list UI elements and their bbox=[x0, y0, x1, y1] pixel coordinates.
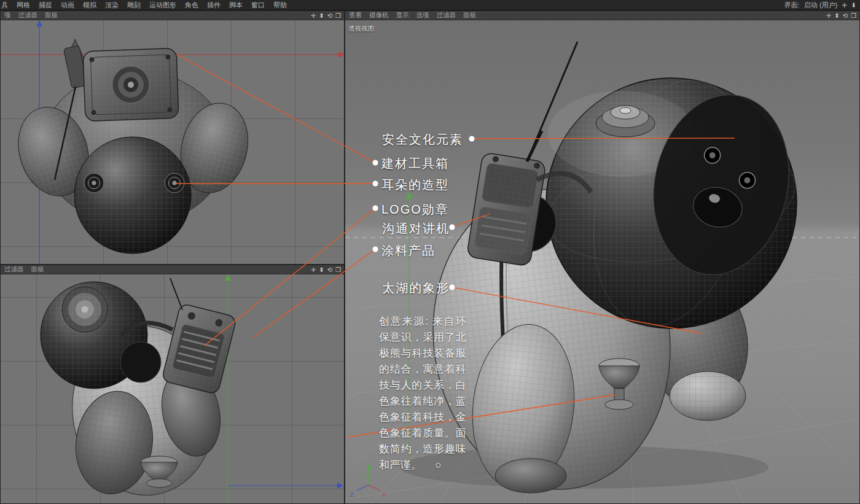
annotation-walkie-talkie: 沟通对讲机 bbox=[382, 220, 450, 237]
annotation-ear-shape: 耳朵的造型 bbox=[381, 177, 449, 193]
zoom-icon[interactable]: ⬍ bbox=[319, 12, 324, 19]
view-label: 透视视图 bbox=[348, 25, 374, 33]
pan-icon[interactable]: ✛ bbox=[842, 2, 846, 9]
annotation-toolbox: 建材工具箱 bbox=[381, 155, 449, 172]
description-text: 创意来源: 来自环保意识，采用了北极熊与科技装备服的结合，寓意着科技与人的关系，… bbox=[379, 316, 466, 471]
annotation-taihu-shape: 太湖的象形 bbox=[382, 280, 450, 297]
bear-model-top-view bbox=[7, 36, 257, 254]
gizmo-z-axis bbox=[357, 485, 369, 490]
pan-icon[interactable]: ✛ bbox=[311, 266, 316, 273]
menu-item-render[interactable]: 渲染 bbox=[101, 0, 123, 10]
ear-right bbox=[165, 173, 184, 193]
rotate-icon[interactable]: ⟲ bbox=[327, 12, 332, 19]
menu-item-plugins[interactable]: 插件 bbox=[203, 0, 225, 10]
vp-menu-view[interactable]: 查看 bbox=[345, 11, 366, 20]
ear-patch bbox=[120, 342, 161, 382]
head-cap bbox=[62, 287, 108, 332]
z-axis-arrow bbox=[337, 483, 343, 489]
vp-menu-panel[interactable]: 面板 bbox=[459, 11, 480, 20]
menu-item-sculpt[interactable]: 雕刻 bbox=[123, 0, 145, 10]
viewport-toolbar: 查看 摄像机 显示 选项 过滤器 面板 ✛ ⬍ ⟲ ❐ bbox=[345, 11, 859, 20]
vp-menu-options[interactable]: 选项 bbox=[413, 11, 433, 20]
pan-icon[interactable]: ✛ bbox=[826, 12, 831, 19]
menu-item-snap[interactable]: 捕捉 bbox=[34, 0, 57, 10]
arrow-down-icon[interactable]: ⬇ bbox=[851, 2, 856, 9]
x-axis-arrow bbox=[338, 52, 345, 58]
gizmo-y-label: Y bbox=[361, 472, 365, 478]
zoom-icon[interactable]: ⬍ bbox=[834, 12, 839, 19]
menu-item-window[interactable]: 窗口 bbox=[247, 0, 269, 10]
menu-item-tools[interactable]: 具 bbox=[0, 0, 12, 10]
goblet-foot bbox=[141, 456, 178, 487]
ear-left bbox=[84, 173, 104, 193]
menu-item-help[interactable]: 帮助 bbox=[269, 0, 291, 10]
vp-menu-filter[interactable]: 过滤器 bbox=[1, 265, 28, 274]
gizmo-x-label: X bbox=[382, 492, 386, 498]
maximize-icon[interactable]: ❐ bbox=[335, 12, 341, 19]
rotate-icon[interactable]: ⟲ bbox=[843, 12, 848, 19]
menu-item-mograph[interactable]: 运动图形 bbox=[145, 0, 181, 10]
vp-menu-panel[interactable]: 面板 bbox=[28, 265, 48, 274]
bear-model-side-view bbox=[41, 278, 237, 502]
maximize-icon[interactable]: ❐ bbox=[851, 12, 856, 19]
annotation-paint-product: 涂料产品 bbox=[381, 242, 436, 259]
menu-item-simulate[interactable]: 模拟 bbox=[79, 0, 101, 10]
z-axis-arrow bbox=[36, 20, 42, 26]
vp-menu-filter[interactable]: 过滤器 bbox=[433, 11, 460, 20]
world-axes bbox=[225, 274, 343, 504]
annotation-safety-culture: 安全文化元素 bbox=[382, 131, 463, 148]
zoom-icon[interactable]: ⬍ bbox=[319, 266, 324, 273]
viewport-top-view[interactable]: 项 过滤器 面板 ✛ ⬍ ⟲ ❐ bbox=[0, 10, 345, 265]
interface-layout-select[interactable]: 启动 (用户) bbox=[804, 1, 837, 10]
gizmo-z-label: Z bbox=[350, 492, 354, 498]
description-end-circle: ○ bbox=[435, 457, 442, 473]
vp-menu-cameras[interactable]: 摄像机 bbox=[366, 11, 393, 20]
y-axis-arrow bbox=[225, 274, 231, 281]
walkie-talkie-backpack bbox=[162, 303, 237, 395]
vp-menu-panel[interactable]: 面板 bbox=[41, 11, 61, 20]
menu-item-animation[interactable]: 动画 bbox=[57, 0, 79, 10]
annotation-logo-medal: LOGO勋章 bbox=[381, 201, 449, 218]
gizmo-x-axis bbox=[369, 485, 380, 490]
interface-label: 界面: bbox=[784, 1, 800, 10]
menubar: 具 网格 捕捉 动画 模拟 渲染 雕刻 运动图形 角色 插件 脚本 窗口 帮助 … bbox=[0, 0, 860, 10]
viewport-toolbar: 项 过滤器 面板 ✛ ⬍ ⟲ ❐ bbox=[1, 11, 344, 20]
annotation-description: 创意来源: 来自环保意识，采用了北极熊与科技装备服的结合，寓意着科技与人的关系，… bbox=[379, 314, 466, 473]
top-view-canvas bbox=[1, 20, 345, 265]
menu-item-character[interactable]: 角色 bbox=[181, 0, 203, 10]
rotate-icon[interactable]: ⟲ bbox=[327, 266, 332, 273]
vp-menu-display[interactable]: 显示 bbox=[393, 11, 413, 20]
menu-item-script[interactable]: 脚本 bbox=[225, 0, 247, 10]
vp-menu-options[interactable]: 项 bbox=[1, 11, 15, 20]
gizmo-y-arrow bbox=[366, 463, 371, 469]
viewport-side-view[interactable]: 过滤器 面板 ✛ ⬍ ⟲ ❐ bbox=[0, 265, 345, 504]
antenna bbox=[170, 278, 182, 310]
maximize-icon[interactable]: ❐ bbox=[335, 266, 341, 273]
side-view-canvas bbox=[1, 274, 345, 504]
viewport-toolbar: 过滤器 面板 ✛ ⬍ ⟲ ❐ bbox=[1, 265, 344, 274]
menu-item-mesh[interactable]: 网格 bbox=[12, 0, 34, 10]
vp-menu-filter[interactable]: 过滤器 bbox=[15, 11, 42, 20]
pan-icon[interactable]: ✛ bbox=[311, 12, 316, 19]
